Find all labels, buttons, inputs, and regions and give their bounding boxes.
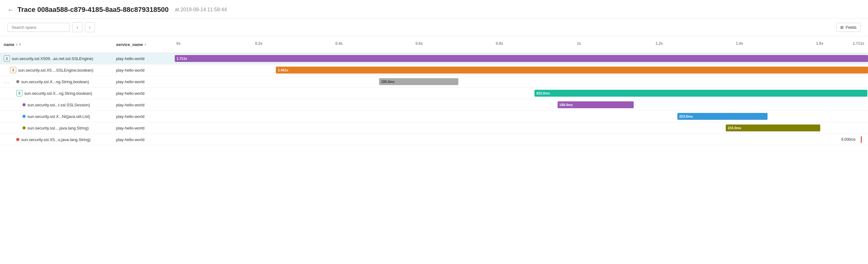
span-bar[interactable]: 1.711s [175, 55, 868, 62]
trace-timestamp: at 2019-09-14 11:58:44 [175, 7, 226, 12]
table-header-row: name ∨ ⌖ service_name ∨ 0s 0.2s [0, 36, 868, 53]
span-name-text: sun.security.ssl.X...ng.String,boolean) [21, 79, 89, 84]
span-name-cell: sun.security.ssl....java.lang.String) [0, 122, 112, 134]
tl-label-08s: 0.8s [496, 41, 503, 46]
span-name-cell: sun.security.ssl.X5...s,java.lang.String… [0, 134, 112, 146]
span-dot-indicator [16, 138, 19, 141]
fields-icon: ⊞ [840, 25, 844, 30]
span-timeline-cell: 188.0ms [175, 99, 868, 111]
tl-label-04s: 0.4s [335, 41, 343, 46]
span-name-cell: sun.security.ssl...t.ssl.SSLSession) [0, 99, 112, 111]
span-name-text: sun.security.ssl....java.lang.String) [27, 126, 89, 130]
toolbar-left: ‹ › [7, 22, 95, 32]
toolbar: ‹ › ⊞ Fields [0, 19, 868, 36]
table-row[interactable]: sun.security.ssl...t.ssl.SSLSession)play… [0, 99, 868, 111]
span-duration-label: 9.000ms [841, 137, 856, 142]
page-title: Trace 008aa588-c879-4185-8aa5-88c8793185… [18, 6, 168, 14]
span-dot-indicator [23, 115, 26, 118]
next-button[interactable]: › [85, 22, 95, 32]
tl-label-02s: 0.2s [255, 41, 262, 46]
name-filter-icon[interactable]: ⌖ [19, 42, 21, 47]
span-timeline-cell: 1.461s [175, 64, 868, 76]
span-timeline-cell: 9.000ms [175, 134, 868, 146]
span-name-text: sun.security.ssl.X...NI(java.util.List) [27, 114, 90, 119]
span-service-cell: play-hello-world [112, 111, 175, 122]
span-name-cell: sun.security.ssl.X...NI(java.util.List) [0, 111, 112, 122]
span-bar-label: 195.0ms [381, 80, 394, 83]
tl-label-06s: 0.6s [415, 41, 423, 46]
span-dot-indicator [23, 103, 26, 106]
span-count-badge[interactable]: 1 [4, 55, 10, 62]
span-service-cell: play-hello-world [112, 53, 175, 64]
trace-table: name ∨ ⌖ service_name ∨ 0s 0.2s [0, 36, 868, 146]
tl-label-14s: 1.4s [736, 41, 743, 46]
prev-button[interactable]: ‹ [72, 22, 82, 32]
span-bar-label: 223.0ms [679, 114, 693, 118]
span-bar[interactable]: 188.0ms [558, 101, 634, 108]
span-count-badge[interactable]: 3 [10, 67, 16, 73]
span-count-badge[interactable]: 3 [16, 90, 23, 96]
span-service-cell: play-hello-world [112, 122, 175, 134]
span-bar [861, 136, 862, 143]
table-row[interactable]: ···sun.security.ssl.X...ng.String,boolea… [0, 76, 868, 87]
tl-label-0s: 0s [176, 41, 180, 46]
span-bar-label: 233.0ms [727, 126, 741, 130]
span-bar[interactable]: 233.0ms [726, 125, 820, 131]
span-name-text: sun.security.ssl.X5....SSLEngine,boolean… [18, 68, 93, 73]
tl-label-1711s: 1.711s [853, 41, 864, 46]
table-row[interactable]: sun.security.ssl....java.lang.String)pla… [0, 122, 868, 134]
search-input[interactable] [7, 23, 70, 32]
span-name-text: sun.security.ssl.X509...ax.net.ssl.SSLEn… [12, 56, 93, 61]
span-timeline-cell: 233.0ms [175, 122, 868, 134]
span-name-cell: 3sun.security.ssl.X5....SSLEngine,boolea… [0, 64, 112, 76]
span-bar-label: 1.711s [177, 57, 187, 60]
span-timeline-cell: 1.711s [175, 53, 868, 64]
trace-table-container: name ∨ ⌖ service_name ∨ 0s 0.2s [0, 36, 868, 146]
fields-button[interactable]: ⊞ Fields [836, 23, 861, 32]
span-name-cell: 3sun.security.ssl.X...ng.String,boolean) [0, 87, 112, 99]
table-row[interactable]: 3sun.security.ssl.X...ng.String,boolean)… [0, 87, 868, 99]
service-sort-icon: ∨ [144, 43, 146, 46]
span-name-cell: ···sun.security.ssl.X...ng.String,boolea… [0, 76, 112, 87]
tl-label-16s: 1.6s [816, 41, 823, 46]
span-service-cell: play-hello-world [112, 87, 175, 99]
span-bar[interactable]: 822.0ms [534, 90, 867, 97]
span-bar-label: 1.461s [278, 68, 288, 72]
page-header: ← Trace 008aa588-c879-4185-8aa5-88c87931… [0, 0, 868, 19]
span-bar-label: 188.0ms [559, 103, 573, 107]
span-bar[interactable]: 223.0ms [677, 113, 768, 120]
tl-label-1s: 1s [577, 41, 581, 46]
back-icon[interactable]: ← [7, 6, 14, 14]
col-header-timeline: 0s 0.2s 0.4s 0.6s 0.8s 1s 1.2s 1.4s 1.6s… [175, 36, 868, 53]
fields-label: Fields [845, 25, 857, 30]
span-name-text: sun.security.ssl.X...ng.String,boolean) [24, 91, 92, 96]
span-dot-indicator [23, 126, 26, 130]
span-timeline-cell: 223.0ms [175, 111, 868, 122]
span-service-cell: play-hello-world [112, 76, 175, 87]
table-row[interactable]: 1sun.security.ssl.X509...ax.net.ssl.SSLE… [0, 53, 868, 64]
span-timeline-cell: 195.0ms [175, 76, 868, 87]
span-bar[interactable]: 1.461s [276, 67, 868, 74]
span-service-cell: play-hello-world [112, 64, 175, 76]
col-header-name: name ∨ ⌖ [0, 36, 112, 53]
span-service-cell: play-hello-world [112, 99, 175, 111]
table-row[interactable]: 3sun.security.ssl.X5....SSLEngine,boolea… [0, 64, 868, 76]
span-service-cell: play-hello-world [112, 134, 175, 146]
span-bar-label: 822.0ms [536, 91, 550, 95]
span-dot-indicator [16, 80, 19, 83]
table-row[interactable]: sun.security.ssl.X...NI(java.util.List)p… [0, 111, 868, 122]
span-name-cell: 1sun.security.ssl.X509...ax.net.ssl.SSLE… [0, 53, 112, 64]
col-header-service: service_name ∨ [112, 36, 175, 53]
span-name-text: sun.security.ssl...t.ssl.SSLSession) [27, 103, 90, 107]
table-row[interactable]: sun.security.ssl.X5...s,java.lang.String… [0, 134, 868, 146]
more-dots-icon[interactable]: ··· [4, 79, 9, 86]
span-bar[interactable]: 195.0ms [379, 78, 458, 85]
span-timeline-cell: 822.0ms [175, 87, 868, 99]
name-sort-icon: ∨ [16, 43, 18, 46]
tl-label-12s: 1.2s [655, 41, 663, 46]
span-name-text: sun.security.ssl.X5...s,java.lang.String… [21, 137, 91, 142]
